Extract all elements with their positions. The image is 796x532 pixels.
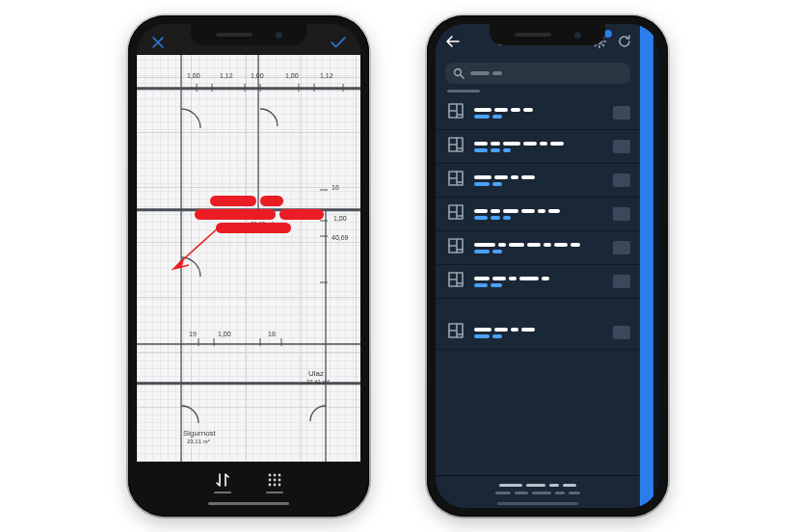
annotation-toolbar: [137, 462, 360, 508]
phone-1: 1,00 1,12 1,00 1,00 1,12 16 89,43 m² 40,…: [128, 15, 369, 517]
svg-point-8: [269, 483, 272, 486]
list-item[interactable]: [436, 130, 640, 164]
list-item-text: [474, 175, 603, 186]
list-item-text: [474, 328, 603, 338]
notch: [191, 24, 306, 45]
list-item-thumb: [613, 207, 630, 221]
dim-label: 1,12: [220, 72, 233, 79]
svg-point-10: [279, 483, 281, 486]
list-item-thumb: [613, 106, 630, 120]
list-item-text: [474, 277, 603, 287]
home-indicator: [208, 502, 289, 505]
tool-grid[interactable]: [266, 471, 283, 493]
dim-label: 1,00: [251, 72, 264, 79]
drawer-edge-shadow: [653, 24, 659, 508]
floorplan-icon: [447, 322, 464, 343]
list-item-text: [474, 243, 603, 253]
room-area: 23,11 m²: [187, 439, 210, 444]
list-item-text: [474, 209, 603, 220]
home-indicator: [497, 502, 578, 505]
svg-point-7: [279, 478, 281, 481]
svg-point-6: [274, 478, 277, 481]
list-item-thumb: [613, 326, 630, 339]
list-item-text: [474, 108, 603, 119]
list-item-thumb: [613, 275, 630, 288]
list-item[interactable]: [436, 231, 640, 265]
list-item-thumb: [613, 241, 630, 254]
list-item[interactable]: [436, 316, 640, 350]
drawer-edge[interactable]: [640, 24, 653, 508]
annotation-stroke[interactable]: [260, 196, 283, 206]
search-placeholder: [470, 71, 502, 75]
svg-point-12: [455, 69, 462, 76]
search-icon: [453, 67, 464, 79]
confirm-icon[interactable]: [330, 35, 347, 50]
back-icon[interactable]: [445, 35, 461, 52]
list-footer: [436, 475, 640, 508]
dim-label: 40,69: [332, 234, 349, 241]
list-item-text: [474, 142, 603, 152]
list-item-thumb: [613, 173, 630, 187]
tool-sort[interactable]: [214, 471, 231, 493]
dim-label: 1,00: [285, 72, 299, 79]
section-header: [436, 88, 640, 96]
floorplan-icon: [447, 237, 464, 258]
plan-list-panel: [436, 24, 640, 508]
list-item[interactable]: [436, 265, 640, 299]
blueprint-canvas[interactable]: 1,00 1,12 1,00 1,00 1,12 16 89,43 m² 40,…: [137, 55, 360, 462]
svg-point-4: [279, 473, 281, 476]
floorplan-icon: [447, 170, 464, 191]
svg-point-9: [274, 483, 277, 486]
dim-label: 16: [332, 184, 339, 191]
floorplan-icon: [447, 271, 464, 292]
phone-1-screen: 1,00 1,12 1,00 1,00 1,12 16 89,43 m² 40,…: [137, 24, 360, 508]
list-item[interactable]: [436, 198, 640, 231]
room-label: Sigurnost: [183, 429, 216, 438]
dim-label: 19: [189, 331, 197, 337]
svg-point-5: [269, 478, 272, 481]
phone-2-screen: [436, 24, 659, 508]
floorplan-icon: [447, 102, 464, 123]
phone-2: [427, 15, 668, 517]
annotation-stroke[interactable]: [210, 196, 256, 206]
floorplan-icon: [447, 136, 464, 157]
plan-list[interactable]: [436, 96, 640, 475]
svg-point-2: [269, 473, 272, 476]
dim-label: 18: [268, 331, 276, 337]
list-item[interactable]: [436, 96, 640, 130]
svg-marker-1: [173, 259, 189, 269]
dim-label: 1,00: [218, 331, 231, 337]
floorplan-icon: [447, 203, 464, 225]
annotation-stroke[interactable]: [195, 209, 276, 220]
dim-label: 1,00: [187, 72, 200, 79]
close-icon[interactable]: [150, 35, 166, 50]
notch: [490, 24, 605, 45]
annotation-stroke[interactable]: [279, 209, 324, 220]
dim-label: 1,12: [320, 72, 333, 79]
refresh-icon[interactable]: [617, 34, 632, 53]
room-label: Ulaz: [308, 369, 324, 378]
dim-label: 1,00: [333, 215, 347, 222]
room-area: 27,41 m²: [306, 379, 330, 385]
search-field[interactable]: [445, 63, 630, 84]
annotation-arrow[interactable]: [170, 223, 227, 273]
svg-point-3: [274, 473, 277, 476]
list-item-thumb: [613, 140, 630, 153]
list-item[interactable]: [436, 164, 640, 198]
svg-line-0: [179, 226, 220, 263]
settings-badge: [604, 30, 612, 38]
